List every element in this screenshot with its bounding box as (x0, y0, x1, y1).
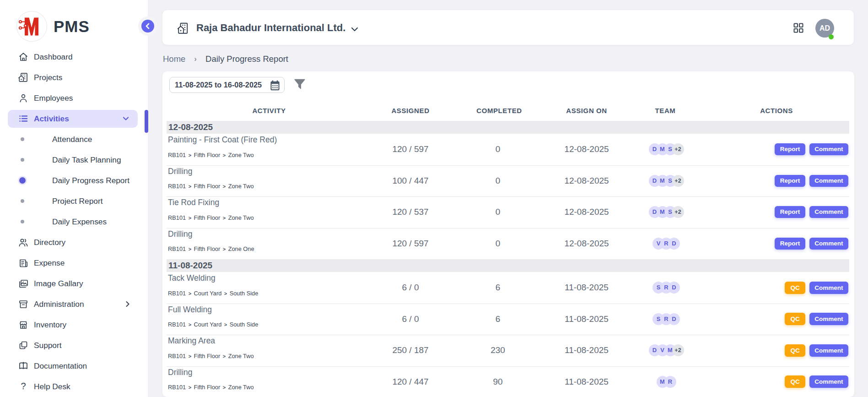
svg-text:?: ? (21, 381, 26, 391)
